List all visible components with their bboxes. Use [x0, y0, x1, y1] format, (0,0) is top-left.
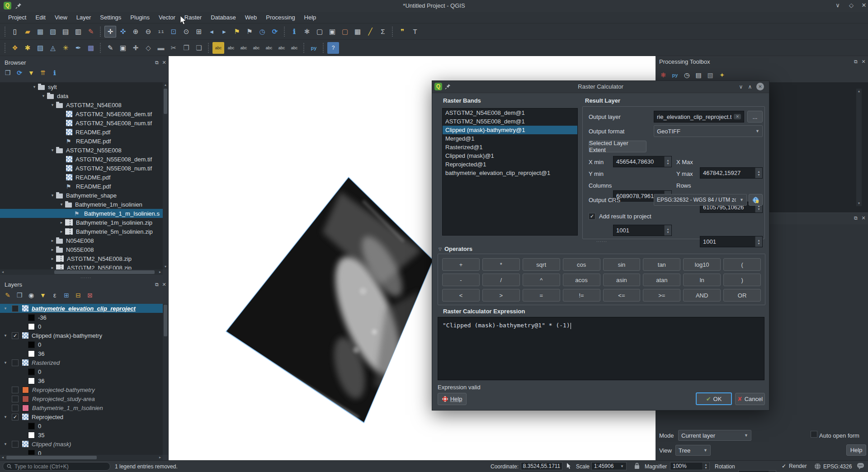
vertex-tool-icon[interactable]: [142, 42, 154, 54]
operator-button[interactable]: +: [442, 258, 480, 271]
output-layer-field[interactable]: rie_elevation_clip_reproject.tif ✕: [654, 111, 744, 123]
browser-tree-item[interactable]: ASTGTM2_N55E008: [0, 146, 163, 155]
operator-button[interactable]: *: [482, 258, 520, 271]
minimize-button[interactable]: ∨: [833, 2, 842, 9]
refresh-browser-icon[interactable]: [14, 68, 24, 78]
identify-features-icon[interactable]: [288, 26, 300, 38]
layer-checkbox[interactable]: [12, 387, 19, 393]
menu-item[interactable]: View: [50, 13, 72, 22]
expand-arrow-icon[interactable]: [49, 247, 56, 252]
label-pin-icon[interactable]: [238, 42, 250, 54]
results-viewer-icon[interactable]: [693, 70, 703, 80]
add-spatialite-layer-icon[interactable]: [72, 42, 84, 54]
browser-tree-item[interactable]: ASTGTM2_N54E008_num.tif: [0, 118, 163, 127]
measure-line-icon[interactable]: [364, 26, 376, 38]
browser-tree-item[interactable]: Bathymetrie_shape: [0, 191, 163, 200]
expand-arrow-icon[interactable]: [58, 220, 65, 225]
browser-tree-item[interactable]: Bathymetrie_1m_isolinien.zip: [0, 218, 163, 227]
zoom-full-icon[interactable]: [168, 26, 179, 38]
label-show-hide-icon[interactable]: [250, 42, 262, 54]
rotation-field[interactable]: 0,0 °▲▼: [738, 470, 776, 472]
locator-search[interactable]: Type to locate (Ctrl+K): [3, 462, 110, 471]
expand-arrow-icon[interactable]: [31, 85, 38, 89]
expand-arrow-icon[interactable]: [49, 238, 56, 243]
scale-combo[interactable]: 1:45906▼: [591, 462, 627, 470]
toolbar-icon[interactable]: [99, 43, 103, 53]
statistical-summary-icon[interactable]: [377, 26, 389, 38]
band-item[interactable]: Clipped (mask)-bathymetry@1: [443, 126, 577, 134]
clear-field-icon[interactable]: ✕: [734, 114, 741, 119]
layout-manager-icon[interactable]: [72, 26, 84, 38]
browser-tree-item[interactable]: N055E008: [0, 245, 163, 254]
operator-button[interactable]: log10: [683, 258, 721, 271]
close-panel-icon[interactable]: ✕: [860, 215, 867, 221]
layer-item[interactable]: 0: [0, 448, 163, 455]
zoom-out-icon[interactable]: [142, 26, 154, 38]
layer-item[interactable]: 36: [0, 376, 163, 385]
python-console-icon[interactable]: [308, 42, 320, 54]
delete-selected-icon[interactable]: [155, 42, 167, 54]
expand-arrow-icon[interactable]: [49, 148, 56, 152]
crs-globe-icon[interactable]: [814, 463, 821, 470]
operator-button[interactable]: !=: [563, 289, 600, 302]
layer-item[interactable]: Bathymetrie_1_m_Isolinien: [0, 403, 163, 412]
browser-tree-item[interactable]: ASTGTM2_N54E008: [0, 100, 163, 109]
layer-checkbox[interactable]: [12, 441, 19, 448]
menu-item[interactable]: Vector: [154, 13, 180, 22]
edit-in-place-icon[interactable]: [705, 70, 715, 80]
band-item[interactable]: Reprojected@1: [443, 160, 577, 169]
select-by-value-icon[interactable]: [326, 26, 338, 38]
label-highlight-icon[interactable]: [225, 42, 237, 54]
options-icon[interactable]: [717, 70, 727, 80]
open-project-icon[interactable]: [22, 26, 33, 38]
browser-tree-item[interactable]: Bathymetrie_5m_Isolinien.zip: [0, 227, 163, 236]
cancel-button[interactable]: ✘ Cancel: [735, 393, 765, 405]
menu-item[interactable]: Settings: [95, 13, 126, 22]
output-format-combo[interactable]: GeoTIFF▼: [654, 125, 763, 137]
operator-button[interactable]: cos: [563, 258, 600, 271]
float-panel-icon[interactable]: ⧉: [853, 59, 859, 65]
expand-arrow-icon[interactable]: [58, 229, 65, 234]
layer-item[interactable]: 36: [0, 349, 163, 358]
browser-tree-item[interactable]: ASTGTM2_N54E008.zip: [0, 254, 163, 263]
mouse-pointer-icon[interactable]: [565, 463, 571, 470]
browser-tree-item[interactable]: Bathymetrie_1m_isolinien: [0, 200, 163, 209]
remove-layer-icon[interactable]: [85, 290, 95, 300]
browser-tree-item[interactable]: README.pdf: [0, 137, 163, 146]
dialog-close-icon[interactable]: ✕: [756, 83, 764, 90]
coordinate-field[interactable]: 8.3524,55.1711: [521, 462, 562, 470]
filter-browser-icon[interactable]: [26, 68, 36, 78]
model-designer-icon[interactable]: [658, 70, 668, 80]
label-move-icon[interactable]: [263, 42, 275, 54]
browser-tree-item[interactable]: README.pdf: [0, 127, 163, 137]
layer-item[interactable]: Clipped (mask)-bathymetry: [0, 331, 163, 340]
style-manager-icon[interactable]: [85, 26, 97, 38]
float-panel-icon[interactable]: ⧉: [853, 215, 859, 221]
browser-hscrollbar[interactable]: ◂ ▸: [0, 269, 163, 275]
filter-by-expression-icon[interactable]: [50, 290, 60, 300]
browser-tree-item[interactable]: ASTGTM2_N55E008.zip: [0, 263, 163, 269]
paste-features-icon[interactable]: [193, 42, 205, 54]
operator-button[interactable]: (: [723, 258, 761, 271]
browser-tree-item[interactable]: ASTGTM2_N55E008_dem.tif: [0, 155, 163, 164]
toolbar-icon[interactable]: [302, 43, 306, 53]
browser-tree-item[interactable]: Bathymetrie_1_m_Isolinien.s: [0, 209, 163, 218]
menu-item[interactable]: Plugins: [126, 13, 154, 22]
layer-item[interactable]: Reprojected-bathymetry: [0, 385, 163, 394]
messages-icon[interactable]: [857, 463, 864, 470]
expand-arrow-icon[interactable]: [49, 265, 56, 269]
layer-item[interactable]: bathymetrie_elevation_clip_reproject: [0, 304, 163, 313]
expand-arrow-icon[interactable]: [49, 193, 56, 198]
expand-arrow-icon[interactable]: [40, 94, 47, 98]
expand-arrow-icon[interactable]: [58, 202, 65, 207]
operator-button[interactable]: atan: [643, 274, 680, 286]
history-icon[interactable]: [682, 70, 692, 80]
toolbar-icon[interactable]: [3, 27, 7, 37]
dialog-unshade-icon[interactable]: ∧: [747, 84, 753, 90]
collapse-all-layers-icon[interactable]: [73, 290, 83, 300]
add-result-row[interactable]: Add result to project: [589, 213, 651, 220]
layer-item[interactable]: 35: [0, 430, 163, 439]
toolbar-icon[interactable]: [3, 43, 7, 53]
text-annotation-icon[interactable]: [409, 26, 421, 38]
add-vector-layer-icon[interactable]: [22, 42, 33, 54]
